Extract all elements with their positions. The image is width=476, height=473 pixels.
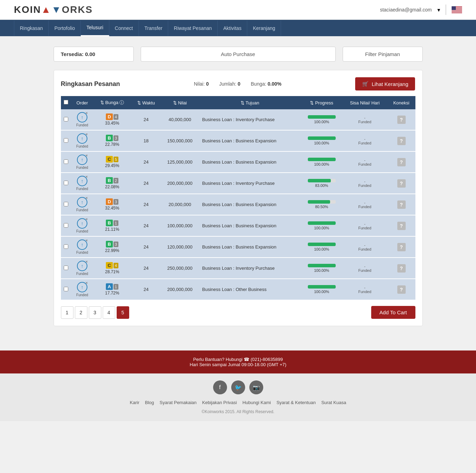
- filter-pinjaman-box[interactable]: Filter Pinjaman: [343, 47, 423, 62]
- progress-cell: 100.00%: [301, 109, 342, 130]
- footer-copyright: ©Koinworks 2015. All Rights Reserved.: [7, 409, 469, 414]
- koneksi-button[interactable]: ?: [397, 285, 406, 294]
- progress-cell: 100.00%: [301, 130, 342, 151]
- progress-cell: 100.00%: [301, 236, 342, 258]
- lihat-keranjang-button[interactable]: 🛒 Lihat Keranjang: [355, 77, 415, 90]
- auto-purchase-label: Auto Purchase: [221, 51, 255, 57]
- waktu-header[interactable]: ⇅ Waktu: [131, 96, 161, 109]
- tersedia-box: Tersedia: 0.00: [54, 47, 134, 62]
- funded-cell: ↑ ✕ Funded: [71, 279, 93, 300]
- nav-connect[interactable]: Connect: [109, 21, 139, 36]
- summary-header: Ringkasan Pesanan Nilai: 0 Jumlah: 0 Bun…: [61, 77, 415, 90]
- page-1-button[interactable]: 1: [61, 306, 73, 319]
- select-all-header[interactable]: [61, 96, 71, 109]
- koneksi-cell: ?: [388, 173, 415, 194]
- row-1-checkbox[interactable]: [64, 138, 68, 143]
- funded-cell: ↑ ✕ Funded: [71, 236, 93, 258]
- page-2-button[interactable]: 2: [75, 306, 87, 319]
- order-header: Order: [71, 96, 93, 109]
- koneksi-cell: ?: [388, 236, 415, 258]
- flag-icon: [452, 6, 462, 13]
- sisa-cell: -Funded: [342, 151, 388, 173]
- row-7-checkbox[interactable]: [64, 266, 68, 270]
- tujuan-cell: Business Loan : Inventory Purchase: [199, 109, 301, 130]
- koneksi-button[interactable]: ?: [397, 200, 406, 209]
- select-all-checkbox[interactable]: [64, 100, 68, 104]
- hours-text: Hari Senin sampai Jumat 09:00-18.00 (GMT…: [6, 362, 470, 367]
- tersedia-label: Tersedia:: [61, 51, 84, 57]
- nav-telusuri[interactable]: Telusuri: [81, 20, 109, 36]
- nilai-cell: 125,000,000: [161, 151, 198, 173]
- table-row: ↑ ✕ Funded B 2 22.08% 24200,000,000Busin…: [61, 173, 415, 194]
- koneksi-button[interactable]: ?: [397, 158, 406, 166]
- waktu-cell: 24: [131, 236, 161, 258]
- bunga-cell: B 3 22.99%: [93, 236, 131, 258]
- footer-links: Karir Blog Syarat Pemakaian Kebijakan Pr…: [7, 400, 469, 405]
- table-row: ↑ ✕ Funded D 4 33.45% 2440,000,000Busine…: [61, 109, 415, 130]
- nav-ringkasan[interactable]: Ringkasan: [14, 21, 49, 36]
- bunga-header[interactable]: ⇅ Bunga ⓘ: [93, 96, 131, 109]
- row-6-checkbox[interactable]: [64, 244, 68, 249]
- row-4-checkbox[interactable]: [64, 202, 68, 206]
- page-4-button[interactable]: 4: [103, 306, 115, 319]
- footer-syarat-pemakaian[interactable]: Syarat Pemakaian: [159, 400, 196, 405]
- pagination-row: 1 2 3 4 5 Add To Cart: [61, 306, 415, 319]
- footer-blog[interactable]: Blog: [145, 400, 154, 405]
- row-5-checkbox[interactable]: [64, 223, 68, 228]
- nav-transfer[interactable]: Transfer: [139, 21, 169, 36]
- svg-rect-6: [452, 12, 462, 13]
- nilai-cell: 150,000,000: [161, 130, 198, 151]
- koneksi-button[interactable]: ?: [397, 264, 406, 273]
- sisa-cell: -Funded: [342, 194, 388, 215]
- waktu-cell: 24: [131, 258, 161, 279]
- footer-karir[interactable]: Karir: [130, 400, 139, 405]
- progress-header[interactable]: ⇅ Progress: [301, 96, 342, 109]
- row-checkbox-cell: [61, 236, 71, 258]
- koneksi-button[interactable]: ?: [397, 179, 406, 188]
- waktu-cell: 24: [131, 194, 161, 215]
- cart-icon: 🛒: [362, 81, 369, 87]
- instagram-icon[interactable]: 📷: [249, 380, 263, 394]
- sisa-cell: -Funded: [342, 109, 388, 130]
- row-0-checkbox[interactable]: [64, 117, 68, 121]
- row-8-checkbox[interactable]: [64, 287, 68, 291]
- nilai-cell: 100,000,000: [161, 215, 198, 236]
- row-3-checkbox[interactable]: [64, 181, 68, 185]
- pagination: 1 2 3 4 5: [61, 306, 129, 319]
- twitter-icon[interactable]: 🐦: [231, 380, 245, 394]
- progress-cell: 80.50%: [301, 194, 342, 215]
- table-row: ↑ ✕ Funded D 3 32.45% 2420,000,000Busine…: [61, 194, 415, 215]
- add-to-cart-button[interactable]: Add To Cart: [371, 306, 415, 319]
- nav-portofolio[interactable]: Portofolio: [49, 21, 81, 36]
- tujuan-header[interactable]: ⇅ Tujuan: [199, 96, 301, 109]
- nav-aktivitas[interactable]: Aktivitas: [218, 21, 247, 36]
- koneksi-button[interactable]: ?: [397, 116, 406, 124]
- waktu-cell: 24: [131, 215, 161, 236]
- row-2-checkbox[interactable]: [64, 159, 68, 164]
- email-dropdown-icon[interactable]: ▾: [437, 7, 440, 13]
- footer-surat-kuasa[interactable]: Surat Kuasa: [321, 400, 346, 405]
- main-content: Tersedia: 0.00 Auto Purchase Filter Pinj…: [47, 36, 430, 337]
- koneksi-button[interactable]: ?: [397, 243, 406, 251]
- bunga-stat: Bunga: 0.00%: [251, 81, 281, 87]
- bunga-cell: B 3 22.78%: [93, 130, 131, 151]
- footer-kebijakan[interactable]: Kebijakan Privasi: [202, 400, 237, 405]
- footer-hubungi[interactable]: Hubungi Kami: [242, 400, 271, 405]
- footer-syarat-ketentuan[interactable]: Syarat & Ketentuan: [276, 400, 316, 405]
- facebook-icon[interactable]: f: [213, 380, 227, 394]
- nav-keranjang[interactable]: Keranjang: [247, 21, 281, 36]
- koneksi-header: Koneksi: [388, 96, 415, 109]
- page-5-button[interactable]: 5: [117, 306, 129, 319]
- nilai-header[interactable]: ⇅ Nilai: [161, 96, 198, 109]
- user-email[interactable]: staciaedina@gmail.com: [380, 7, 432, 13]
- nilai-cell: 20,000,000: [161, 194, 198, 215]
- row-checkbox-cell: [61, 130, 71, 151]
- koneksi-button[interactable]: ?: [397, 137, 406, 145]
- koneksi-button[interactable]: ?: [397, 222, 406, 230]
- nav-riwayat-pesanan[interactable]: Riwayat Pesanan: [168, 21, 218, 36]
- page-3-button[interactable]: 3: [89, 306, 101, 319]
- nilai-cell: 200,000,000: [161, 173, 198, 194]
- progress-cell: 100.00%: [301, 151, 342, 173]
- bunga-cell: D 4 33.45%: [93, 109, 131, 130]
- auto-purchase-box[interactable]: Auto Purchase: [141, 47, 336, 62]
